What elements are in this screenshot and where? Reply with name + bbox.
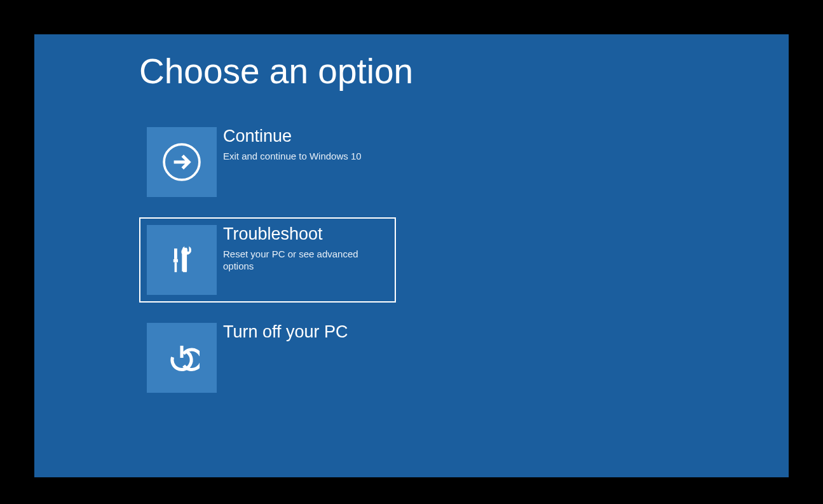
option-title: Troubleshoot <box>223 225 388 244</box>
option-subtitle: Exit and continue to Windows 10 <box>223 150 362 163</box>
options-list: Continue Exit and continue to Windows 10 <box>139 119 789 400</box>
option-title: Continue <box>223 127 362 146</box>
outer-frame: Choose an option Continue Exit and conti… <box>14 14 809 490</box>
option-subtitle: Reset your PC or see advanced options <box>223 248 388 273</box>
option-continue[interactable]: Continue Exit and continue to Windows 10 <box>139 119 396 205</box>
svg-rect-2 <box>173 259 178 262</box>
tools-icon <box>147 225 217 295</box>
arrow-right-icon <box>147 127 217 197</box>
option-troubleshoot[interactable]: Troubleshoot Reset your PC or see advanc… <box>139 217 396 303</box>
svg-rect-3 <box>175 262 177 273</box>
option-turnoff[interactable]: Turn off your PC <box>139 315 396 400</box>
option-text: Continue Exit and continue to Windows 10 <box>217 127 362 162</box>
option-title: Turn off your PC <box>223 323 348 342</box>
power-icon <box>147 323 217 393</box>
recovery-screen: Choose an option Continue Exit and conti… <box>34 34 789 477</box>
option-text: Troubleshoot Reset your PC or see advanc… <box>217 225 388 273</box>
svg-rect-1 <box>174 249 177 259</box>
option-text: Turn off your PC <box>217 323 348 346</box>
page-title: Choose an option <box>139 51 789 92</box>
svg-rect-4 <box>183 253 187 272</box>
